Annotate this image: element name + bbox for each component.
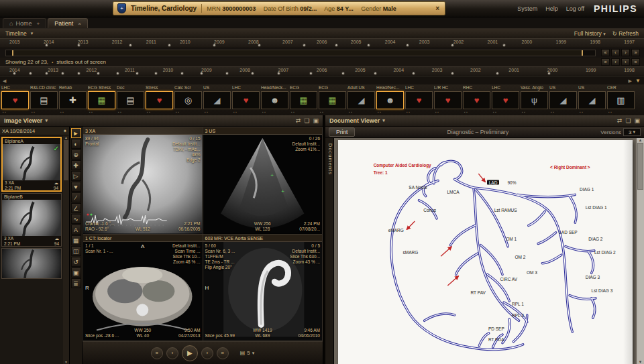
scroll-up-icon[interactable]: ▲ bbox=[64, 135, 68, 139]
scroll-down-icon[interactable]: ▼ bbox=[639, 360, 643, 364]
grid-tool[interactable]: ▦ bbox=[71, 235, 81, 245]
study-dot[interactable] bbox=[225, 72, 229, 75]
timeline-nav-button[interactable]: ‹ bbox=[611, 49, 620, 56]
study-card[interactable]: Calc Scr ◎ ▪ ▪ bbox=[174, 85, 202, 115]
timeline-nav-button[interactable]: » bbox=[631, 58, 640, 66]
study-thumbnail[interactable]: ▦ bbox=[290, 91, 317, 109]
study-dot[interactable] bbox=[374, 72, 377, 75]
study-dot[interactable] bbox=[341, 72, 345, 75]
study-thumbnail[interactable]: ✚ bbox=[59, 91, 87, 109]
study-card[interactable]: US ◢ ▪ ▪ bbox=[203, 85, 231, 115]
study-dot[interactable] bbox=[451, 44, 454, 47]
study-card[interactable]: Adult US ◢ ▪ ▪ bbox=[347, 85, 375, 115]
study-dot[interactable] bbox=[412, 72, 415, 75]
waveform-tool[interactable]: ∿ bbox=[71, 214, 81, 224]
timeline-nav-button[interactable]: ‹ bbox=[611, 58, 620, 66]
range-selection[interactable] bbox=[12, 50, 584, 56]
study-card[interactable]: Rehab ✚ ▪ ▪ bbox=[59, 85, 87, 115]
scrollbar-thumb[interactable] bbox=[637, 143, 643, 190]
chevron-down-icon[interactable]: ▾ bbox=[31, 31, 34, 36]
study-card[interactable]: LHC ♥ ▪ ▪ bbox=[405, 85, 433, 115]
timeline-ruler-bottom[interactable]: 2014201320122011201020092008200720062005… bbox=[0, 66, 644, 76]
series-thumbnail-partial[interactable] bbox=[1, 248, 62, 279]
pointer-tool[interactable]: ► bbox=[71, 128, 81, 138]
compare-tool[interactable]: ◫ bbox=[71, 246, 81, 256]
angle-tool[interactable]: ∠ bbox=[71, 203, 81, 213]
full-history-dropdown[interactable]: Full history ▾ bbox=[574, 30, 606, 37]
study-dot[interactable] bbox=[29, 72, 32, 75]
study-dot[interactable] bbox=[251, 72, 254, 75]
study-thumbnail[interactable]: ◎ bbox=[174, 91, 202, 109]
tab-close-icon[interactable]: × bbox=[76, 21, 81, 27]
viewport-xa[interactable]: 3 XA 89 / 94Frontal0 / 15Default Instit.… bbox=[83, 127, 203, 234]
timeline-nav-button[interactable]: « bbox=[601, 58, 610, 66]
study-thumbnail[interactable]: ▦ bbox=[319, 91, 346, 109]
tab-home[interactable]: ⌂ Home + bbox=[3, 18, 46, 28]
study-card[interactable]: ECG ▦ ▪ ▪ bbox=[290, 85, 317, 115]
banner-close-icon[interactable]: × bbox=[434, 5, 441, 12]
study-card[interactable]: Head/Nec... ☻ ▪ ▪ bbox=[376, 85, 404, 115]
study-card[interactable]: LHC ♥ ▪ ▪ bbox=[492, 85, 519, 115]
study-dot[interactable] bbox=[406, 44, 409, 47]
study-dot[interactable] bbox=[200, 72, 203, 75]
study-card[interactable]: CER ▥ ▪ ▪ bbox=[607, 85, 635, 115]
study-card[interactable]: RHC ♥ ▪ ▪ bbox=[463, 85, 490, 115]
popout-icon[interactable]: ❏ bbox=[625, 117, 631, 124]
study-thumbnail[interactable]: ♥ bbox=[405, 91, 433, 109]
study-dot[interactable] bbox=[547, 72, 551, 75]
study-card[interactable]: ECG Stress ▦ ▪ ▪ bbox=[88, 85, 115, 115]
study-dot[interactable] bbox=[13, 72, 16, 75]
document-page[interactable]: Computer Aided CardiologyTree: 1< Right … bbox=[338, 140, 633, 364]
system-menu-item[interactable]: Help bbox=[545, 5, 558, 12]
scroll-left-icon[interactable]: ◀ bbox=[3, 78, 6, 84]
measure-tool[interactable]: ∕ bbox=[71, 192, 81, 202]
study-dot[interactable] bbox=[451, 72, 454, 75]
timeline-nav-button[interactable]: › bbox=[621, 58, 630, 66]
study-dot[interactable] bbox=[97, 72, 100, 75]
study-card[interactable]: LHC ♥ ▪ ▪ bbox=[1, 85, 29, 115]
study-dot[interactable] bbox=[116, 72, 119, 75]
swap-pane-icon[interactable]: ⇄ bbox=[617, 117, 623, 124]
series-thumbnail[interactable]: BiplaneA ✓ 3 XA ☁ 2:21 PM 94 bbox=[1, 137, 62, 192]
pin-icon[interactable]: + bbox=[34, 21, 40, 27]
study-thumbnail[interactable]: ▤ bbox=[30, 91, 58, 109]
viewport-us[interactable]: ++ 3 US 0 / 26Default Instit...Zoom 41%.… bbox=[203, 127, 323, 234]
study-card[interactable]: L/R HC ♥ ▪ ▪ bbox=[434, 85, 462, 115]
study-thumbnail[interactable]: ▤ bbox=[117, 91, 144, 109]
study-card[interactable]: US ◢ ▪ ▪ bbox=[578, 85, 606, 115]
study-thumbnail[interactable]: ♥ bbox=[434, 91, 462, 109]
zoom-tool[interactable]: ⊕ bbox=[71, 149, 81, 160]
scroll-right-icon[interactable]: ▶ bbox=[629, 78, 632, 84]
reset-tool[interactable]: ↺ bbox=[71, 257, 81, 267]
range-track[interactable] bbox=[5, 50, 596, 56]
system-menu-item[interactable]: Log off bbox=[566, 5, 584, 12]
study-dot[interactable] bbox=[168, 44, 171, 47]
versions-dropdown[interactable]: 3 ▾ bbox=[623, 128, 641, 136]
study-dot[interactable] bbox=[367, 44, 370, 47]
study-dot[interactable] bbox=[502, 44, 506, 47]
study-thumbnail[interactable]: ♥ bbox=[146, 91, 173, 109]
study-dot[interactable] bbox=[277, 72, 280, 75]
cine-speed-control[interactable]: ▤ 5 ▾ bbox=[240, 350, 255, 356]
study-thumbnail[interactable]: ☻ bbox=[376, 91, 404, 109]
scroll-up-icon[interactable]: ▲ bbox=[639, 138, 643, 142]
study-thumbnail[interactable]: ◢ bbox=[203, 91, 231, 109]
scrollbar-thumb[interactable] bbox=[64, 140, 68, 180]
study-dot[interactable] bbox=[303, 44, 306, 47]
study-thumbnail[interactable]: ♥ bbox=[1, 91, 29, 109]
print-button[interactable]: Print bbox=[329, 127, 355, 137]
timeline-nav-button[interactable]: » bbox=[631, 49, 640, 56]
study-dot[interactable] bbox=[45, 44, 48, 47]
cardiac-tool[interactable]: ♥ bbox=[71, 182, 81, 192]
window-level-tool[interactable]: ◐ bbox=[71, 139, 81, 149]
series-thumbnail[interactable]: BiplaneB 3 XA ☁ 2:21 PM 94 bbox=[1, 193, 62, 247]
study-dot[interactable] bbox=[129, 44, 132, 47]
thumbnail-scrollbar[interactable]: ▲ ▼ bbox=[63, 135, 69, 364]
play-button[interactable]: ▶ bbox=[182, 345, 198, 361]
timeline-nav-button[interactable]: › bbox=[621, 49, 630, 56]
study-thumbnail[interactable]: ♥ bbox=[463, 91, 490, 109]
layout-tool[interactable]: ▣ bbox=[71, 267, 81, 278]
maximize-icon[interactable]: ▣ bbox=[634, 117, 640, 124]
tab-patient[interactable]: Patient × bbox=[48, 18, 88, 28]
study-thumbnail[interactable]: ψ bbox=[521, 91, 548, 109]
